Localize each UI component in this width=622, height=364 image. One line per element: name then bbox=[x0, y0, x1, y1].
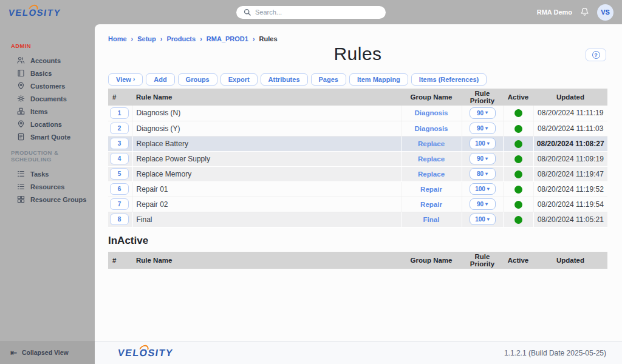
caret-down-icon: ▾ bbox=[487, 141, 490, 146]
breadcrumb-item-setup[interactable]: Setup bbox=[137, 35, 156, 42]
priority-value: 90 bbox=[477, 201, 484, 207]
table-row[interactable]: 6 Repair 01 Repair 100▾ 08/20/2024 11:19… bbox=[108, 181, 607, 197]
items-references-button[interactable]: Items (References) bbox=[411, 73, 487, 86]
bell-icon[interactable] bbox=[580, 7, 589, 17]
search-icon bbox=[244, 8, 251, 16]
sidebar-item-items[interactable]: Items bbox=[0, 105, 95, 118]
groups-button[interactable]: Groups bbox=[178, 73, 217, 86]
global-search[interactable] bbox=[236, 6, 386, 19]
avatar[interactable]: VS bbox=[597, 4, 613, 21]
row-number-button[interactable]: 1 bbox=[110, 107, 129, 119]
updated-cell: 08/20/2024 11:11:03 bbox=[533, 121, 607, 136]
search-input[interactable] bbox=[255, 8, 378, 16]
caret-down-icon: ▾ bbox=[487, 187, 490, 192]
caret-down-icon: ▾ bbox=[485, 126, 488, 131]
group-name-link[interactable]: Replace bbox=[418, 140, 445, 147]
row-number-button[interactable]: 6 bbox=[110, 183, 129, 195]
sidebar-item-label: Locations bbox=[30, 121, 62, 128]
page-title: Rules bbox=[108, 44, 607, 64]
column-header-group-name: Group Name bbox=[401, 252, 462, 269]
group-name-link[interactable]: Replace bbox=[418, 170, 445, 178]
group-name-link[interactable]: Final bbox=[423, 216, 440, 223]
sidebar-section: PRODUCTION & SCHEDULINGTasksResourcesRes… bbox=[0, 149, 95, 206]
inactive-table-header: #Rule NameGroup NameRule PriorityActiveU… bbox=[108, 252, 607, 269]
breadcrumb-item-home[interactable]: Home bbox=[108, 35, 127, 42]
chevron-right-icon: › bbox=[160, 35, 163, 42]
rule-priority-dropdown[interactable]: 100▾ bbox=[470, 138, 496, 149]
add-button[interactable]: Add bbox=[146, 73, 174, 86]
view-button[interactable]: View› bbox=[108, 73, 143, 86]
table-row[interactable]: 7 Repair 02 Repair 90▾ 08/20/2024 11:19:… bbox=[108, 197, 607, 212]
row-number-button[interactable]: 3 bbox=[110, 138, 129, 149]
toolbar-button-label: Item Mapping bbox=[357, 76, 400, 83]
users-icon bbox=[17, 56, 25, 64]
version-text: 1.1.2.1 (Build Date 2025-05-25) bbox=[504, 349, 606, 357]
export-button[interactable]: Export bbox=[220, 73, 258, 86]
rule-priority-dropdown[interactable]: 80▾ bbox=[470, 168, 496, 180]
sidebar-item-accounts[interactable]: Accounts bbox=[0, 54, 95, 67]
sidebar-item-customers[interactable]: Customers bbox=[0, 79, 95, 92]
column-header-updated: Updated bbox=[533, 252, 607, 269]
pages-button[interactable]: Pages bbox=[311, 73, 346, 86]
chevron-right-icon: › bbox=[200, 35, 202, 42]
breadcrumb-item-rules: Rules bbox=[259, 35, 278, 42]
chevron-right-icon: › bbox=[253, 35, 255, 42]
active-status-dot bbox=[514, 125, 522, 133]
chevron-right-icon: › bbox=[131, 35, 134, 42]
group-name-link[interactable]: Repair bbox=[420, 186, 442, 193]
collapse-sidebar-button[interactable]: ⇤ Collapsed View bbox=[0, 341, 95, 364]
group-name-link[interactable]: Replace bbox=[418, 155, 445, 163]
breadcrumb-item-products[interactable]: Products bbox=[166, 35, 196, 42]
sidebar-item-tasks[interactable]: Tasks bbox=[0, 167, 95, 180]
help-button[interactable]: ? bbox=[586, 49, 606, 61]
caret-down-icon: ▾ bbox=[485, 157, 488, 161]
sidebar-item-locations[interactable]: Locations bbox=[0, 118, 95, 130]
question-mark-icon: ? bbox=[592, 51, 600, 59]
pin-icon bbox=[17, 120, 25, 128]
updated-cell: 08/20/2024 11:19:47 bbox=[533, 166, 607, 181]
row-number-button[interactable]: 5 bbox=[110, 168, 129, 180]
workspace-name[interactable]: RMA Demo bbox=[537, 8, 572, 16]
attributes-button[interactable]: Attributes bbox=[261, 73, 308, 86]
rule-priority-dropdown[interactable]: 90▾ bbox=[470, 107, 496, 119]
updated-cell: 08/20/2024 11:08:27 bbox=[533, 136, 607, 151]
table-row[interactable]: 5 Replace Memory Replace 80▾ 08/20/2024 … bbox=[108, 166, 607, 181]
caret-down-icon: ▾ bbox=[485, 110, 488, 115]
sidebar-item-resource-groups[interactable]: Resource Groups bbox=[0, 193, 95, 206]
rule-priority-dropdown[interactable]: 90▾ bbox=[470, 153, 496, 164]
group-name-link[interactable]: Repair bbox=[420, 201, 442, 208]
table-row[interactable]: 8 Final Final 100▾ 08/20/2024 11:05:21 bbox=[108, 212, 607, 227]
column-header-rule-priority: Rule Priority bbox=[462, 89, 503, 106]
breadcrumb-item-rma_prod1[interactable]: RMA_PROD1 bbox=[207, 35, 248, 42]
table-row[interactable]: 3 Replace Battery Replace 100▾ 08/20/202… bbox=[108, 136, 607, 151]
rule-name-cell: Repair 01 bbox=[132, 181, 401, 197]
updated-cell: 08/20/2024 11:05:21 bbox=[533, 212, 607, 227]
page-header: Rules ? bbox=[108, 44, 607, 70]
table-row[interactable]: 4 Replace Power Supply Replace 90▾ 08/20… bbox=[108, 151, 607, 166]
sidebar-item-label: Basics bbox=[30, 70, 52, 77]
velosity-logo: VELOSITY bbox=[8, 7, 62, 18]
row-number-button[interactable]: 4 bbox=[110, 153, 129, 164]
rule-priority-dropdown[interactable]: 90▾ bbox=[470, 198, 496, 210]
group-name-link[interactable]: Diagnosis bbox=[415, 125, 448, 132]
inactive-rules-table: #Rule NameGroup NameRule PriorityActiveU… bbox=[108, 252, 607, 269]
sidebar-item-resources[interactable]: Resources bbox=[0, 180, 95, 193]
row-number-button[interactable]: 2 bbox=[110, 123, 129, 134]
table-row[interactable]: 1 Diagnosis (N) Diagnosis 90▾ 08/20/2024… bbox=[108, 106, 607, 121]
toolbar-button-label: Export bbox=[228, 76, 250, 83]
sidebar-item-smart-quote[interactable]: Smart Quote bbox=[0, 130, 95, 143]
updated-cell: 08/20/2024 11:19:52 bbox=[533, 181, 607, 197]
group-name-link[interactable]: Diagnosis bbox=[415, 109, 448, 116]
pin-icon bbox=[17, 82, 25, 90]
priority-value: 100 bbox=[475, 186, 485, 192]
item-mapping-button[interactable]: Item Mapping bbox=[349, 73, 408, 86]
sidebar-item-documents[interactable]: Documents bbox=[0, 92, 95, 105]
rule-priority-dropdown[interactable]: 100▾ bbox=[470, 214, 496, 225]
sidebar-item-basics[interactable]: Basics bbox=[0, 67, 95, 79]
rule-priority-dropdown[interactable]: 90▾ bbox=[470, 123, 496, 134]
row-number-button[interactable]: 7 bbox=[110, 198, 129, 210]
rule-priority-dropdown[interactable]: 100▾ bbox=[470, 183, 496, 195]
sidebar-item-label: Customers bbox=[30, 83, 65, 90]
row-number-button[interactable]: 8 bbox=[110, 214, 129, 225]
table-row[interactable]: 2 Diagnosis (Y) Diagnosis 90▾ 08/20/2024… bbox=[108, 121, 607, 136]
